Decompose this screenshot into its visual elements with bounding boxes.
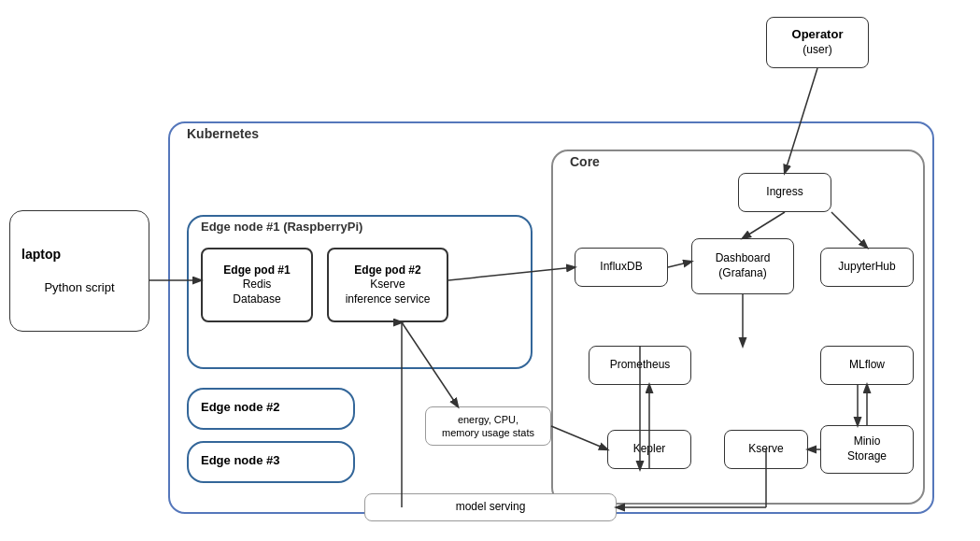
- operator-label: Operator: [792, 27, 844, 43]
- kepler-label: Kepler: [633, 442, 666, 457]
- edge-node2-label: Edge node #2: [201, 400, 280, 414]
- ingress-box: Ingress: [738, 173, 831, 212]
- laptop-label: laptop: [21, 246, 61, 263]
- edge-node1-label: Edge node #1 (RaspberryPi): [201, 220, 362, 234]
- edge-pod1-label: Edge pod #1: [223, 263, 290, 278]
- influxdb-label: InfluxDB: [600, 260, 642, 275]
- mlflow-label: MLflow: [849, 358, 885, 373]
- jupyterhub-box: JupyterHub: [820, 248, 914, 287]
- ingress-label: Ingress: [766, 185, 802, 200]
- edge-pod2-box: Edge pod #2 Kserveinference service: [327, 248, 448, 322]
- influxdb-box: InfluxDB: [575, 248, 668, 287]
- minio-label: MinioStorage: [847, 434, 887, 463]
- python-script-label: Python script: [44, 280, 114, 296]
- model-serving-label: model serving: [456, 500, 526, 515]
- diagram-container: Kubernetes Core Edge node #1 (RaspberryP…: [0, 0, 980, 541]
- edge-pod2-label: Edge pod #2: [354, 263, 420, 278]
- edge-pod2-sublabel: Kserveinference service: [346, 278, 431, 306]
- edge-node3-label: Edge node #3: [201, 453, 280, 467]
- model-serving-box: model serving: [364, 493, 617, 521]
- operator-box: Operator (user): [766, 17, 869, 68]
- dashboard-box: Dashboard(Grafana): [691, 238, 794, 294]
- kubernetes-label: Kubernetes: [187, 126, 259, 141]
- prometheus-box: Prometheus: [589, 346, 691, 385]
- energy-stats-label: energy, CPU,memory usage stats: [442, 413, 534, 440]
- jupyterhub-label: JupyterHub: [838, 260, 895, 275]
- core-label: Core: [570, 154, 600, 169]
- kserve-core-label: Kserve: [748, 442, 783, 457]
- laptop-box: laptop Python script: [9, 210, 149, 332]
- prometheus-label: Prometheus: [610, 358, 671, 373]
- edge-pod1-box: Edge pod #1 RedisDatabase: [201, 248, 313, 322]
- minio-box: MinioStorage: [820, 425, 914, 474]
- dashboard-label: Dashboard(Grafana): [716, 251, 771, 280]
- mlflow-box: MLflow: [820, 346, 914, 385]
- energy-stats-box: energy, CPU,memory usage stats: [425, 406, 551, 446]
- kserve-core-box: Kserve: [724, 430, 808, 469]
- edge-pod1-sublabel: RedisDatabase: [233, 278, 280, 306]
- operator-sublabel: (user): [802, 43, 831, 58]
- kepler-box: Kepler: [607, 430, 691, 469]
